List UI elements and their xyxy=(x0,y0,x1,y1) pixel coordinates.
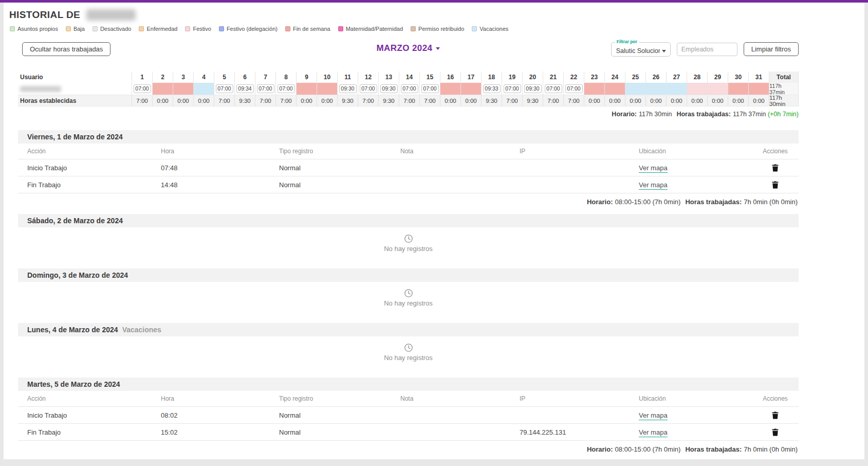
view-map-link[interactable]: Ver mapa xyxy=(639,411,668,420)
day-summary: Horario:08:00-15:00 (7h 0min)Horas traba… xyxy=(18,441,799,454)
record-time: 15:02 xyxy=(152,428,270,436)
month-summary: Horario:117h 30minHoras trabajadas:117h … xyxy=(18,111,799,118)
record-location: Ver mapa xyxy=(630,181,752,189)
record-ip: 79.144.225.131 xyxy=(510,428,630,436)
delete-record-button[interactable] xyxy=(771,427,780,437)
day-absence-tag: Vacaciones xyxy=(122,326,161,334)
legend-label: Asuntos propios xyxy=(17,26,58,32)
records-column-header: Hora xyxy=(152,148,270,155)
established-hours-cell: 0:00 xyxy=(667,95,687,106)
record-location: Ver mapa xyxy=(630,411,752,419)
day-column-header: 8 xyxy=(276,71,297,83)
day-column-header: 25 xyxy=(625,71,646,83)
worked-hours-cell xyxy=(687,83,708,95)
established-hours-cell: 9:30 xyxy=(379,95,399,106)
no-records-text: No hay registros xyxy=(18,245,799,253)
chevron-down-icon xyxy=(662,50,666,52)
worked-hours-cell xyxy=(194,83,214,95)
worked-hours-cell xyxy=(297,83,317,95)
record-action: Fin Trabajo xyxy=(18,428,152,436)
day-section-title: Lunes, 4 de Marzo de 2024 xyxy=(27,326,118,334)
legend-color-chip xyxy=(66,26,71,31)
worked-time-chip: 09:30 xyxy=(380,84,398,93)
worked-time-chip: 07:00 xyxy=(504,84,521,93)
day-column-header: 13 xyxy=(379,71,399,83)
employees-search-input[interactable] xyxy=(677,43,737,56)
worked-hours-cell: 07:00 xyxy=(502,83,523,95)
clock-icon xyxy=(404,343,413,352)
legend-color-chip xyxy=(185,26,190,31)
record-actions xyxy=(752,163,799,173)
record-action: Inicio Trabajo xyxy=(18,411,152,419)
legend-item: Baja xyxy=(66,26,85,32)
record-type: Normal xyxy=(270,428,391,436)
worked-time-chip: 07:00 xyxy=(565,84,583,93)
worked-hours-cell: 09:30 xyxy=(523,83,543,95)
day-column-header: 17 xyxy=(461,71,482,83)
worked-hours-cell: 09:33 xyxy=(482,83,502,95)
trash-icon xyxy=(772,164,779,172)
established-hours-cell: 0:00 xyxy=(728,95,749,106)
day-section: Domingo, 3 de Marzo de 2024No hay regist… xyxy=(18,268,799,316)
user-column-header: Usuario xyxy=(18,71,132,83)
legend-color-chip xyxy=(472,26,477,31)
record-time: 14:48 xyxy=(152,181,270,189)
worked-hours-cell xyxy=(708,83,728,95)
established-total-cell: 117h 30min xyxy=(769,95,799,106)
records-column-header: Acción xyxy=(18,395,152,402)
worked-hours-cell: 07:00 xyxy=(358,83,379,95)
worked-hours-cell: 07:00 xyxy=(255,83,276,95)
day-section-title: Viernes, 1 de Marzo de 2024 xyxy=(27,133,123,141)
day-column-header: 19 xyxy=(502,71,523,83)
schedule-value: 117h 30min xyxy=(639,111,672,118)
clear-filters-button[interactable]: Limpiar filtros xyxy=(744,42,799,56)
established-hours-cell: 0:00 xyxy=(605,95,625,106)
day-section-header: Domingo, 3 de Marzo de 2024 xyxy=(18,268,799,282)
legend-item: Festivo (delegación) xyxy=(219,26,278,32)
clock-icon xyxy=(404,289,413,298)
record-actions xyxy=(752,410,799,420)
worked-hours-cell xyxy=(440,83,461,95)
day-column-header: 24 xyxy=(605,71,625,83)
view-map-link[interactable]: Ver mapa xyxy=(639,181,668,190)
worked-hours-cell: 07:00 xyxy=(132,83,153,95)
page-header: HISTORIAL DE xyxy=(4,3,864,21)
worked-hours-cell: 07:00 xyxy=(420,83,440,95)
worked-hours-value: 7h 0min (0h 0min) xyxy=(744,198,798,206)
legend-item: Permiso retribuido xyxy=(411,26,464,32)
day-section-title: Sábado, 2 de Marzo de 2024 xyxy=(27,217,123,225)
filter-by-label: Filtrar por xyxy=(615,40,639,44)
established-hours-cell: 0:00 xyxy=(625,95,646,106)
records-column-header: IP xyxy=(510,395,630,402)
worked-time-chip: 09:33 xyxy=(483,84,501,93)
view-map-link[interactable]: Ver mapa xyxy=(639,164,668,173)
record-row: Fin Trabajo14:48NormalVer mapa xyxy=(18,176,799,193)
records-column-header: Ubicación xyxy=(630,395,752,402)
worked-hours-cell xyxy=(317,83,338,95)
worked-hours-label: Horas trabajadas: xyxy=(685,198,742,206)
worked-hours-value: 7h 0min (0h 0min) xyxy=(744,445,798,453)
worked-hours-cell: 07:00 xyxy=(543,83,564,95)
legend-item: Desactivado xyxy=(93,26,132,32)
worked-hours-label: Horas trabajadas: xyxy=(676,111,731,118)
delete-record-button[interactable] xyxy=(771,180,780,190)
view-map-link[interactable]: Ver mapa xyxy=(639,428,668,437)
company-filter-select[interactable]: Filtrar por Salutic Soluciones ... xyxy=(611,42,671,57)
established-hours-cell: 0:00 xyxy=(173,95,194,106)
delete-record-button[interactable] xyxy=(771,163,780,173)
legend-color-chip xyxy=(93,26,98,31)
established-hours-cell: 0:00 xyxy=(317,95,338,106)
monthly-calendar-table: Usuario123456789101112131415161718192021… xyxy=(18,71,799,106)
calendar-user-name-cell xyxy=(18,83,132,95)
legend: Asuntos propiosBajaDesactivadoEnfermedad… xyxy=(4,21,864,32)
established-hours-cell: 0:00 xyxy=(708,95,728,106)
established-hours-cell: 9:30 xyxy=(482,95,502,106)
delete-record-button[interactable] xyxy=(771,410,780,420)
worked-time-chip: 07:00 xyxy=(360,84,377,93)
legend-item: Fin de semana xyxy=(285,26,330,32)
worked-hours-cell xyxy=(728,83,749,95)
worked-hours-cell: 07:00 xyxy=(564,83,584,95)
established-hours-cell: 0:00 xyxy=(687,95,708,106)
record-time: 07:48 xyxy=(152,164,270,172)
records-column-header: Acción xyxy=(18,148,152,155)
